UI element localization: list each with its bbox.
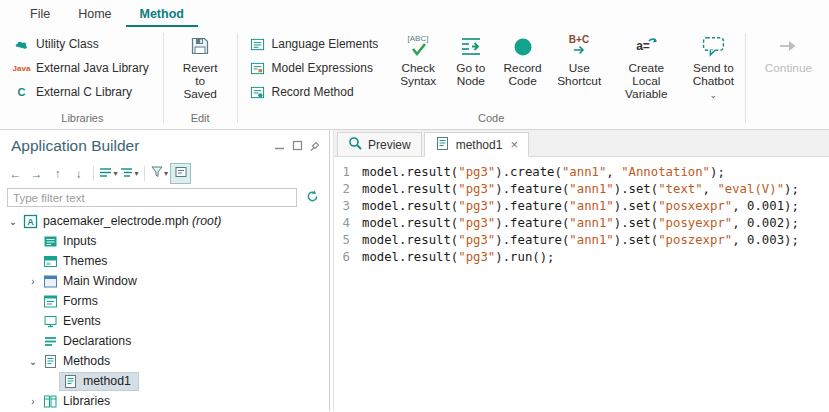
forward-button[interactable]: → [27,164,46,183]
application-icon: A [22,214,38,229]
editor-tools-button[interactable] [171,164,190,183]
ribbon-item-utility-class[interactable]: Utility Class [4,32,161,56]
ribbon-button-use-shortcut[interactable]: B+CUse Shortcut [550,27,609,88]
dropdown-arrow-icon: ▾ [134,169,138,178]
tree-item-label: pacemaker_electrode.mph (root) [43,214,221,228]
ribbon: FileHomeMethod Utility ClassJavaExternal… [0,0,829,130]
tree-item-events[interactable]: Events [0,311,329,331]
float-button[interactable] [292,137,303,155]
tree-toolbar: ←→↑↓▾▾▾ [0,161,329,185]
move-up-button[interactable]: ↑ [48,164,67,183]
move-down-icon: ↓ [76,164,82,182]
forms-icon [42,294,58,309]
ribbon-item-record-method[interactable]: Record Method [240,80,391,104]
code-line: 3model.result("pg3").feature("ann1").set… [334,198,829,215]
expander-icon[interactable]: › [26,276,40,287]
code-text: model.result("pg3").feature("ann1").set(… [362,198,799,215]
ribbon-separator [163,33,164,123]
tree-item-declarations[interactable]: Declarations [0,331,329,351]
toolbar-separator [93,166,94,181]
editor-tabbar: Previewmethod1× [334,130,829,157]
move-down-button[interactable]: ↓ [69,164,88,183]
dropdown-arrow-icon: ⌄ [710,90,718,100]
code-editor[interactable]: 1model.result("pg3").create("ann1", "Ann… [334,157,829,411]
minimize-button[interactable] [274,137,285,155]
go-to-node-icon [459,32,483,59]
code-text: model.result("pg3").run(); [362,249,555,266]
refresh-button[interactable] [303,188,322,207]
editor-tab-preview[interactable]: Preview [337,132,422,156]
line-number: 1 [334,164,362,181]
ribbon-button-label: Revert to Saved [181,62,220,101]
editor-tab-method1[interactable]: method1× [424,132,529,157]
ribbon-group-code: Language ElementsModel ExpressionsRecord… [240,27,743,129]
filter-input[interactable] [7,188,297,207]
back-button[interactable]: ← [6,164,25,183]
ribbon-group-libraries: Utility ClassJavaExternal Java LibraryCE… [4,27,161,129]
svg-text:[ABC]: [ABC] [408,34,429,43]
svg-text:A: A [27,217,34,227]
pin-button[interactable] [310,137,321,155]
ribbon-group-edit: Revert to Saved Edit [166,27,235,129]
libraries-icon [42,394,58,409]
ribbon-button-label: Go to Node [453,62,488,88]
filter-button[interactable]: ▾ [150,164,169,183]
expander-icon[interactable]: › [26,396,40,407]
tree-item-inputs[interactable]: Inputs [0,231,329,251]
dropdown-arrow-icon: ▾ [164,169,168,178]
ribbon-button-create-local-variable[interactable]: a=Create Local Variable [609,27,684,101]
line-number: 4 [334,215,362,232]
ribbon-group-continue: Continue [748,27,829,129]
ribbon-tab-home[interactable]: Home [64,2,125,27]
tree-item-main-window[interactable]: ›Main Window [0,271,329,291]
ribbon-group-label-empty [748,112,829,129]
tree-menu-button[interactable]: ▾ [120,164,139,183]
ribbon-button-revert-to-saved[interactable]: Revert to Saved [174,27,227,112]
list-menu-button[interactable]: ▾ [99,164,118,183]
ribbon-button-continue[interactable]: Continue [758,27,819,112]
tree-item-methods[interactable]: ⌄Methods [0,351,329,371]
ribbon-tab-file[interactable]: File [16,2,64,27]
tree-item-pacemaker-electrode-mph[interactable]: ⌄Apacemaker_electrode.mph (root) [0,211,329,231]
code-text: model.result("pg3").feature("ann1").set(… [362,232,799,249]
filter-icon [151,164,163,182]
ribbon-item-label: Record Method [272,85,354,99]
close-icon[interactable]: × [510,137,518,152]
code-line: 2model.result("pg3").feature("ann1").set… [334,181,829,198]
editor-area: Previewmethod1× 1model.result("pg3").cre… [333,130,829,411]
ribbon-button-go-to-node[interactable]: Go to Node [446,27,495,88]
ribbon-item-language-elements[interactable]: Language Elements [240,32,391,56]
move-up-icon: ↑ [55,164,61,182]
line-number: 2 [334,181,362,198]
line-number: 3 [334,198,362,215]
ribbon-item-external-java-library[interactable]: JavaExternal Java Library [4,56,161,80]
main-area: Application Builder ←→↑↓▾▾▾ ⌄Apacemaker_… [0,130,829,411]
ribbon-button-record-code[interactable]: Record Code [495,27,549,88]
ribbon-button-label: Use Shortcut [557,62,602,88]
tree-item-forms[interactable]: Forms [0,291,329,311]
code-line: 4model.result("pg3").feature("ann1").set… [334,215,829,232]
method-icon [62,374,78,389]
minimize-icon [274,137,285,155]
code-text: model.result("pg3").feature("ann1").set(… [362,181,799,198]
ribbon-item-model-expressions[interactable]: Model Expressions [240,56,391,80]
expander-icon[interactable]: ⌄ [26,356,40,367]
ribbon-body: Utility ClassJavaExternal Java LibraryCE… [0,27,829,129]
tree-item-label: method1 [83,374,131,388]
ribbon-tab-method[interactable]: Method [126,2,198,27]
code-line: 5model.result("pg3").feature("ann1").set… [334,232,829,249]
tree-item-label: Inputs [63,234,97,248]
methods-icon [42,354,58,369]
inputs-icon [42,234,58,249]
code-line: 6model.result("pg3").run(); [334,249,829,266]
tree-item-method1[interactable]: method1 [0,371,329,391]
expander-icon[interactable]: ⌄ [6,216,20,227]
tree-item-libraries[interactable]: ›Libraries [0,391,329,411]
language-elements-icon [248,37,267,52]
ribbon-separator [237,33,238,123]
ribbon-item-external-c-library[interactable]: CExternal C Library [4,80,161,104]
ribbon-button-check-syntax[interactable]: [ABC]Check Syntax [390,27,446,88]
ribbon-button-send-to-chatbot[interactable]: Send to Chatbot ⌄ [684,27,743,102]
tree-item-themes[interactable]: Themes [0,251,329,271]
utility-class-icon [12,37,31,52]
